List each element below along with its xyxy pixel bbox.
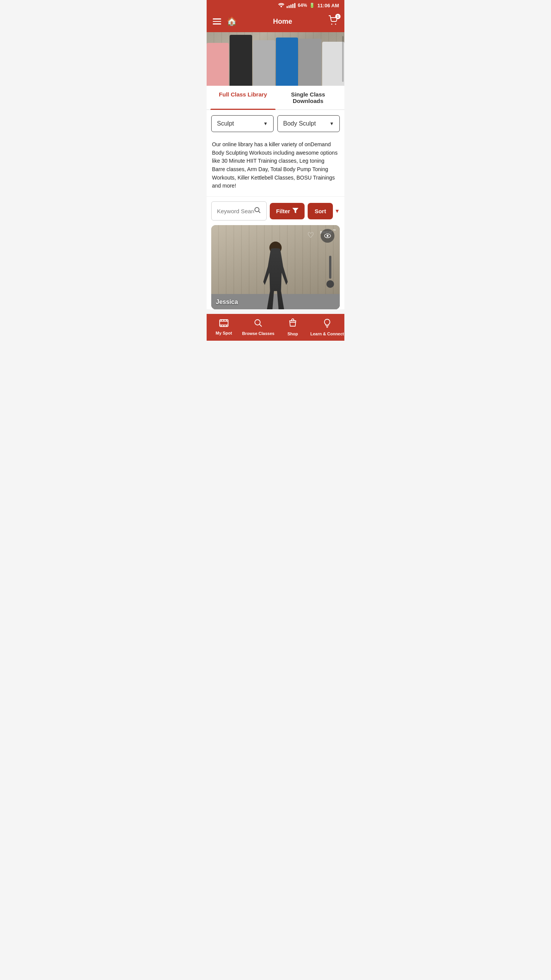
nav-browse-classes[interactable]: Browse Classes [241, 314, 276, 341]
video-thumbnail [211, 225, 340, 309]
filter-button[interactable]: Filter [270, 203, 305, 219]
battery-text: 64% [298, 3, 307, 8]
nav-shop-label: Shop [287, 332, 298, 336]
filter-dropdowns: Sculpt ▼ Body Sculpt ▼ [207, 110, 344, 137]
subcategory-dropdown[interactable]: Body Sculpt ▼ [277, 115, 340, 132]
search-filter-row: Filter Sort ▼ [207, 196, 344, 225]
instructor-name: Jessica [216, 299, 238, 305]
battery-icon: 🔋 [309, 3, 315, 8]
svg-line-17 [260, 325, 262, 327]
subcategory-chevron-icon: ▼ [329, 121, 334, 126]
home-button[interactable]: 🏠 [227, 16, 237, 26]
svg-point-3 [255, 207, 259, 212]
status-bar: 64% 🔋 11:06 AM [207, 0, 344, 11]
keyword-search-field[interactable] [211, 201, 267, 220]
nav-left-group: 🏠 [213, 16, 237, 26]
nav-browse-classes-label: Browse Classes [242, 331, 274, 336]
search-nav-icon [254, 319, 262, 330]
filter-icon [292, 208, 298, 214]
nav-my-spot[interactable]: My Spot [207, 314, 241, 341]
bulb-icon [323, 318, 331, 330]
nav-learn-connect[interactable]: Learn & Connect [310, 314, 344, 341]
preview-button[interactable] [321, 229, 334, 243]
category-dropdown-label: Sculpt [217, 120, 234, 127]
bottom-nav: My Spot Browse Classes Shop [207, 314, 344, 341]
subcategory-dropdown-label: Body Sculpt [283, 120, 316, 127]
page-title: Home [237, 18, 328, 26]
svg-line-4 [259, 211, 260, 213]
nav-shop[interactable]: Shop [276, 314, 310, 341]
cart-button[interactable]: 1 [328, 15, 338, 28]
wifi-icon [278, 3, 284, 8]
nav-learn-connect-label: Learn & Connect [310, 332, 344, 336]
sort-chevron-icon[interactable]: ▼ [334, 208, 340, 214]
search-icon [254, 207, 261, 215]
svg-point-16 [255, 320, 260, 325]
nav-my-spot-label: My Spot [216, 331, 232, 335]
sort-button[interactable]: Sort [308, 203, 333, 219]
time-display: 11:06 AM [317, 3, 339, 8]
category-chevron-icon: ▼ [263, 121, 268, 126]
keyword-search-input[interactable] [217, 208, 254, 214]
main-content: Full Class Library Single Class Download… [207, 86, 344, 309]
description-text: Our online library has a killer variety … [207, 137, 344, 196]
tab-single-downloads[interactable]: Single Class Downloads [276, 86, 341, 109]
tabs-container: Full Class Library Single Class Download… [207, 86, 344, 110]
favorite-button[interactable]: ♡ [305, 229, 317, 241]
sort-button-group: Sort ▼ [308, 203, 340, 219]
svg-point-2 [335, 24, 336, 25]
video-card[interactable]: sweat ™ ♡ Jessica [211, 225, 340, 309]
film-icon [219, 319, 228, 329]
svg-point-0 [280, 6, 282, 7]
hamburger-menu-button[interactable] [213, 18, 221, 24]
cart-badge: 1 [335, 14, 341, 19]
shop-icon [289, 318, 297, 330]
category-dropdown[interactable]: Sculpt ▼ [211, 115, 274, 132]
signal-icon [287, 3, 295, 8]
svg-point-6 [327, 235, 329, 237]
svg-point-1 [331, 24, 333, 25]
tab-full-library[interactable]: Full Class Library [210, 86, 276, 109]
hero-banner [207, 32, 344, 86]
nav-bar: 🏠 Home 1 [207, 11, 344, 32]
